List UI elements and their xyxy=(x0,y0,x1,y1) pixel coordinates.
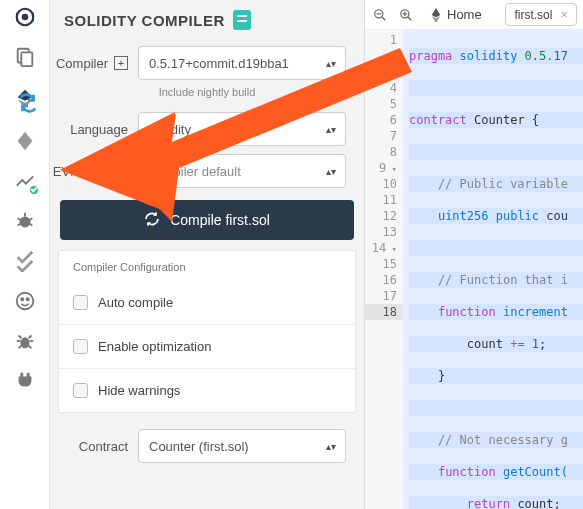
language-label: Language xyxy=(50,122,128,137)
svg-line-21 xyxy=(18,336,21,339)
remix-logo-icon[interactable] xyxy=(14,6,36,28)
svg-point-18 xyxy=(20,337,29,348)
compile-button[interactable]: Compile first.sol xyxy=(60,200,354,240)
unit-testing-icon[interactable] xyxy=(14,250,36,272)
compiler-panel: SOLIDITY COMPILER Compiler + ▴▾ Include … xyxy=(50,0,365,509)
enable-optimization-checkbox[interactable] xyxy=(73,339,88,354)
hide-warnings-checkbox[interactable] xyxy=(73,383,88,398)
file-tab[interactable]: first.sol × xyxy=(505,3,577,26)
home-tab-label: Home xyxy=(447,7,482,22)
line-gutter: 123456789101112131415161718 xyxy=(365,30,403,509)
debugger-icon[interactable] xyxy=(14,210,36,232)
svg-line-12 xyxy=(29,218,32,220)
svg-point-15 xyxy=(16,293,33,310)
code-lines: pragma solidity 0.5.17 contract Counter … xyxy=(403,30,583,509)
code-editor[interactable]: 123456789101112131415161718 pragma solid… xyxy=(365,30,583,509)
auto-compile-label: Auto compile xyxy=(98,295,173,310)
recompile-badge-icon xyxy=(17,92,39,117)
editor-topbar: Home first.sol × xyxy=(365,0,583,30)
compile-button-label: Compile first.sol xyxy=(170,212,270,228)
svg-point-1 xyxy=(21,14,28,21)
svg-line-23 xyxy=(18,346,21,349)
close-tab-icon[interactable]: × xyxy=(560,7,568,22)
contract-select[interactable] xyxy=(138,429,346,463)
auto-compile-checkbox[interactable] xyxy=(73,295,88,310)
icon-rail xyxy=(0,0,50,509)
editor-area: Home first.sol × 12345678910111213141516… xyxy=(365,0,583,509)
svg-point-16 xyxy=(21,298,23,300)
compiler-version-select[interactable] xyxy=(138,46,346,80)
svg-line-14 xyxy=(29,224,32,226)
compiler-config-card: Compiler Configuration Auto compile Enab… xyxy=(58,250,356,413)
gitter-icon[interactable] xyxy=(14,290,36,312)
refresh-icon xyxy=(144,211,160,230)
svg-line-26 xyxy=(382,16,386,20)
solidity-compiler-icon[interactable] xyxy=(14,86,36,112)
svg-line-13 xyxy=(17,224,20,226)
compiler-config-heading: Compiler Configuration xyxy=(59,251,355,281)
svg-rect-3 xyxy=(32,13,34,22)
zoom-in-icon[interactable] xyxy=(397,6,415,24)
svg-rect-2 xyxy=(16,13,18,22)
file-explorer-icon[interactable] xyxy=(14,46,36,68)
panel-title-text: SOLIDITY COMPILER xyxy=(64,12,225,29)
compiler-version-label: Compiler + xyxy=(50,56,128,71)
add-compiler-icon[interactable]: + xyxy=(114,56,128,70)
svg-line-24 xyxy=(28,346,31,349)
evm-version-label: EVM Version xyxy=(50,164,128,179)
svg-marker-32 xyxy=(432,8,441,17)
language-select[interactable] xyxy=(138,112,346,146)
svg-line-11 xyxy=(17,218,20,220)
enable-optimization-label: Enable optimization xyxy=(98,339,211,354)
ethereum-icon xyxy=(429,7,443,23)
svg-rect-5 xyxy=(21,52,32,66)
svg-marker-8 xyxy=(17,132,32,150)
bug-report-icon[interactable] xyxy=(14,330,36,352)
docs-icon[interactable] xyxy=(233,10,251,30)
file-tab-label: first.sol xyxy=(514,8,552,22)
contract-select-label: Contract xyxy=(50,439,128,454)
zoom-out-icon[interactable] xyxy=(371,6,389,24)
hide-warnings-label: Hide warnings xyxy=(98,383,180,398)
svg-point-17 xyxy=(26,298,28,300)
home-tab[interactable]: Home xyxy=(423,7,488,23)
evm-version-select[interactable] xyxy=(138,154,346,188)
svg-line-29 xyxy=(408,16,412,20)
status-ok-badge xyxy=(28,184,40,196)
panel-title: SOLIDITY COMPILER xyxy=(50,0,364,42)
nightly-note: Include nightly build xyxy=(50,84,364,108)
svg-point-9 xyxy=(19,216,30,227)
plugin-manager-icon[interactable] xyxy=(14,370,36,392)
deploy-run-icon[interactable] xyxy=(14,130,36,152)
svg-line-22 xyxy=(28,336,31,339)
static-analysis-icon[interactable] xyxy=(14,170,36,192)
